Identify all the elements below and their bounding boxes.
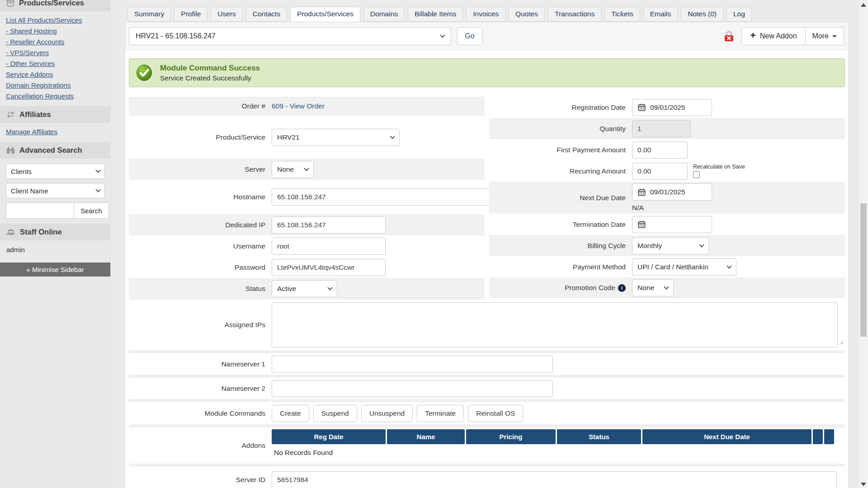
search-type-select[interactable]: Clients bbox=[6, 164, 105, 179]
addons-col-reg-date: Reg Date bbox=[272, 429, 386, 444]
search-field-select[interactable]: Client Name bbox=[6, 183, 105, 198]
next-due-date-picker[interactable]: 09/01/2025 bbox=[632, 183, 712, 201]
tab-quotes[interactable]: Quotes bbox=[509, 7, 545, 22]
whmcs-admin-page: Products/Services List All Products/Serv… bbox=[0, 0, 868, 488]
dedicated-ip-input[interactable] bbox=[272, 216, 386, 234]
cancel-lock-icon[interactable] bbox=[723, 30, 735, 42]
sidebar-link-list-all[interactable]: List All Products/Services bbox=[6, 16, 104, 24]
product-service-select[interactable]: HRV21 bbox=[272, 129, 400, 146]
client-tabs: Summary Profile Users Contacts Products/… bbox=[127, 7, 868, 22]
recalculate-checkbox[interactable] bbox=[693, 171, 700, 178]
sidebar-link-service-addons[interactable]: Service Addons bbox=[6, 70, 104, 79]
server-id-input[interactable] bbox=[272, 471, 837, 488]
sidebar-link-other-services[interactable]: - Other Services bbox=[6, 60, 104, 68]
calendar-icon bbox=[638, 221, 646, 228]
sidebar-link-manage-affiliates[interactable]: Manage Affiliates bbox=[6, 128, 104, 136]
tab-transactions[interactable]: Transactions bbox=[548, 7, 601, 22]
registration-date-value: 09/01/2025 bbox=[650, 103, 685, 112]
service-toolbar: HRV21 - 65.108.156.247 Go New Addon More bbox=[125, 22, 849, 50]
module-create-button[interactable]: Create bbox=[272, 405, 309, 422]
addons-section: Addons Reg Date Name Pricing Status Next… bbox=[129, 427, 845, 464]
tab-billable-items[interactable]: Billable Items bbox=[408, 7, 463, 22]
service-selector-value: HRV21 - 65.108.156.247 bbox=[136, 32, 216, 40]
tab-products-services[interactable]: Products/Services bbox=[290, 7, 360, 22]
module-unsuspend-button[interactable]: Unsuspend bbox=[361, 405, 413, 422]
exchange-icon bbox=[6, 111, 15, 118]
package-icon bbox=[6, 0, 14, 7]
quantity-row: Quantity bbox=[489, 118, 845, 139]
sidebar-section-affiliates: Affiliates bbox=[0, 106, 110, 123]
sidebar-section-products: Products/Services bbox=[0, 0, 110, 11]
nameserver1-input[interactable] bbox=[272, 356, 553, 373]
sidebar-link-reseller-accounts[interactable]: - Reseller Accounts bbox=[6, 38, 104, 46]
billing-cycle-select[interactable]: Monthly bbox=[632, 237, 709, 254]
chevron-down-icon bbox=[726, 263, 731, 268]
tab-tickets[interactable]: Tickets bbox=[604, 7, 640, 22]
order-view-link[interactable]: 609 - View Order bbox=[272, 102, 325, 110]
recurring-amount-input[interactable] bbox=[632, 163, 688, 180]
sidebar-link-shared-hosting[interactable]: - Shared Hosting bbox=[6, 27, 104, 35]
payment-method-row: Payment Method UPI / Card / NetBankin bbox=[489, 256, 845, 277]
sidebar-link-vps-servers[interactable]: - VPS/Servers bbox=[6, 49, 104, 57]
resize-handle-icon[interactable] bbox=[839, 340, 844, 345]
tab-domains[interactable]: Domains bbox=[363, 7, 405, 22]
recurring-amount-label: Recurring Amount bbox=[489, 167, 632, 175]
status-select[interactable]: Active bbox=[272, 280, 337, 297]
sidebar-section-title: Products/Services bbox=[19, 0, 84, 7]
chevron-down-icon bbox=[95, 187, 100, 192]
alert-title: Module Command Success bbox=[160, 64, 260, 73]
go-button[interactable]: Go bbox=[457, 27, 482, 45]
sidebar-link-domain-registrations[interactable]: Domain Registrations bbox=[6, 81, 104, 89]
username-input[interactable] bbox=[272, 238, 386, 255]
info-icon[interactable] bbox=[618, 284, 626, 292]
addons-col-pricing: Pricing bbox=[466, 429, 556, 444]
status-label: Status bbox=[129, 285, 272, 293]
sidebar-section-title: Affiliates bbox=[19, 110, 51, 119]
promotion-code-select[interactable]: None bbox=[632, 279, 674, 296]
search-input[interactable] bbox=[6, 202, 74, 219]
scroll-down-arrow-icon[interactable] bbox=[861, 483, 866, 486]
server-select[interactable]: None bbox=[272, 161, 314, 178]
more-button[interactable]: More bbox=[805, 27, 844, 45]
sidebar-link-cancellation-requests[interactable]: Cancellation Requests bbox=[6, 92, 104, 100]
advanced-search-panel: Clients Client Name Search bbox=[0, 159, 110, 224]
module-reinstall-os-button[interactable]: Reinstall OS bbox=[468, 405, 523, 422]
termination-date-picker[interactable] bbox=[632, 216, 712, 233]
nameserver2-input[interactable] bbox=[272, 380, 553, 397]
page-scrollbar[interactable] bbox=[858, 0, 868, 488]
registration-date-picker[interactable]: 09/01/2025 bbox=[632, 99, 712, 116]
tab-summary[interactable]: Summary bbox=[127, 7, 171, 22]
nameserver2-label: Nameserver 2 bbox=[129, 385, 272, 393]
assigned-ips-textarea[interactable] bbox=[272, 302, 838, 347]
server-label: Server bbox=[129, 165, 272, 174]
payment-method-select[interactable]: UPI / Card / NetBankin bbox=[632, 258, 736, 276]
addons-empty-message: No Records Found bbox=[272, 444, 837, 462]
tab-contacts[interactable]: Contacts bbox=[246, 7, 287, 22]
tab-log[interactable]: Log bbox=[726, 7, 752, 22]
scrollbar-thumb[interactable] bbox=[860, 203, 867, 337]
tab-users[interactable]: Users bbox=[211, 7, 242, 22]
staff-online-user: admin bbox=[0, 240, 110, 263]
new-addon-button[interactable]: New Addon bbox=[741, 27, 805, 45]
module-suspend-button[interactable]: Suspend bbox=[313, 405, 357, 422]
chevron-down-icon bbox=[664, 284, 669, 289]
tab-emails[interactable]: Emails bbox=[643, 7, 678, 22]
first-payment-input[interactable] bbox=[632, 141, 688, 159]
main-area: Summary Profile Users Contacts Products/… bbox=[111, 0, 868, 488]
password-input[interactable] bbox=[272, 259, 386, 276]
service-selector[interactable]: HRV21 - 65.108.156.247 bbox=[129, 27, 451, 45]
minimise-sidebar-button[interactable]: « Minimise Sidebar bbox=[0, 263, 110, 277]
service-form: Order # 609 - View Order Product/Service… bbox=[129, 97, 845, 300]
sidebar-section-title: Staff Online bbox=[20, 228, 62, 236]
module-terminate-button[interactable]: Terminate bbox=[417, 405, 464, 422]
search-button[interactable]: Search bbox=[74, 202, 109, 219]
tab-invoices[interactable]: Invoices bbox=[466, 7, 505, 22]
billing-cycle-label: Billing Cycle bbox=[489, 242, 632, 250]
tab-notes[interactable]: Notes (0) bbox=[681, 7, 723, 22]
chevron-down-icon bbox=[699, 242, 704, 247]
sidebar-section-staff-online: Staff Online bbox=[0, 224, 110, 240]
scroll-up-arrow-icon[interactable] bbox=[861, 3, 866, 7]
new-addon-label: New Addon bbox=[760, 32, 797, 40]
first-payment-label: First Payment Amount bbox=[489, 146, 632, 154]
tab-profile[interactable]: Profile bbox=[174, 7, 208, 22]
